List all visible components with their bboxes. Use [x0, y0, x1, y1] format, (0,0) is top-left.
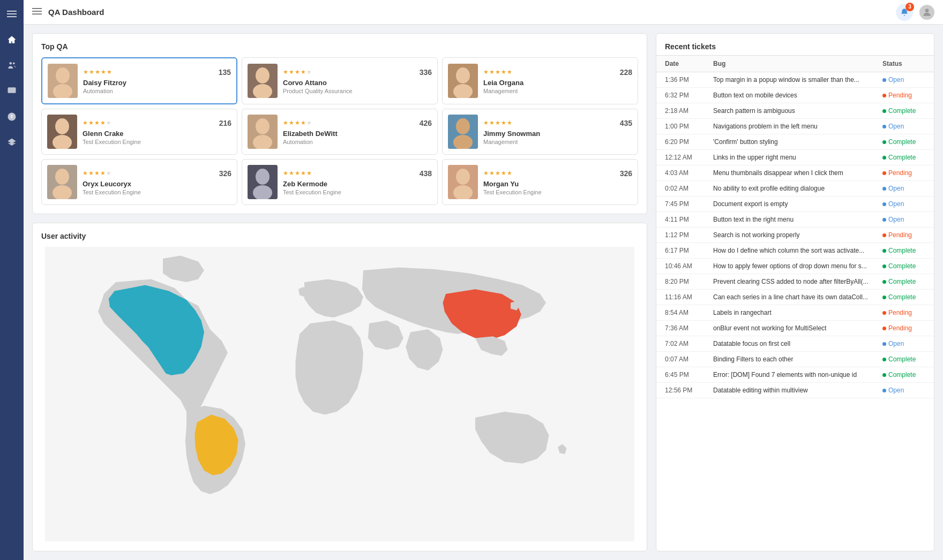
ticket-row[interactable]: 8:20 PM Prevent clearing CSS added to no…: [656, 274, 934, 290]
status-dot: [882, 140, 886, 144]
ticket-bug: Datatable editing within multiview: [713, 387, 882, 394]
qa-score-2: 228: [620, 68, 632, 77]
status-dot: [882, 264, 886, 268]
ticket-row[interactable]: 0:07 AM Binding Filters to each other Co…: [656, 352, 934, 367]
qa-item[interactable]: ★★★★★ 336 Corvo Attano Product Quality A…: [242, 57, 438, 104]
ticket-bug: How to apply fewer options of drop down …: [713, 262, 882, 270]
qa-item[interactable]: ★★★★★ 326 Oryx Leucoryx Test Execution E…: [41, 159, 237, 205]
sidebar-item-menu[interactable]: [4, 6, 19, 21]
ticket-row[interactable]: 10:46 AM How to apply fewer options of d…: [656, 259, 934, 274]
ticket-status: Open: [882, 200, 925, 208]
content-area: Top QA ★★★★★ 135 Daisy Fitzroy Automatio…: [24, 25, 943, 560]
status-dot: [882, 296, 886, 299]
status-label: Pending: [888, 92, 912, 99]
topbar-menu-icon[interactable]: [32, 6, 42, 18]
page-title: QA Dashboard: [48, 7, 889, 17]
ticket-bug: Error: [DOM] Found 7 elements with non-u…: [713, 371, 882, 379]
svg-rect-1: [7, 13, 17, 14]
ticket-time: 8:20 PM: [665, 278, 713, 285]
qa-item[interactable]: ★★★★★ 216 Glenn Crake Test Execution Eng…: [41, 109, 237, 155]
ticket-bug: Binding Filters to each other: [713, 355, 882, 363]
user-activity-title: User activity: [41, 232, 638, 240]
qa-item[interactable]: ★★★★★ 435 Jimmy Snowman Management: [442, 109, 638, 155]
sidebar-item-layers[interactable]: [4, 135, 19, 150]
ticket-row[interactable]: 12:12 AM Links in the upper right menu C…: [656, 150, 934, 165]
user-avatar[interactable]: [919, 5, 934, 20]
ticket-status: Complete: [882, 247, 925, 254]
ticket-bug: Document export is empty: [713, 200, 882, 208]
topbar: QA Dashboard 3: [24, 0, 943, 25]
ticket-row[interactable]: 1:00 PM Navigations problem in the left …: [656, 119, 934, 134]
status-dot: [882, 389, 886, 392]
qa-score-4: 426: [420, 119, 432, 127]
ticket-bug: Button text on mobile devices: [713, 92, 882, 99]
notification-button[interactable]: 3: [896, 4, 913, 21]
top-qa-title: Top QA: [41, 42, 638, 51]
qa-stars-5: ★★★★★: [483, 119, 512, 126]
qa-name-1: Corvo Attano: [283, 79, 432, 87]
user-activity-card: User activity: [32, 223, 647, 551]
ticket-status: Complete: [882, 138, 925, 146]
qa-item[interactable]: ★★★★★ 326 Morgan Yu Test Execution Engin…: [442, 159, 638, 205]
ticket-row[interactable]: 1:36 PM Top margin in a popup window is …: [656, 72, 934, 88]
ticket-row[interactable]: 4:11 PM Button text in the right menu Op…: [656, 212, 934, 228]
status-dot: [882, 342, 886, 346]
ticket-row[interactable]: 7:45 PM Document export is empty Open: [656, 196, 934, 212]
sidebar-item-home[interactable]: [4, 32, 19, 47]
qa-item[interactable]: ★★★★★ 135 Daisy Fitzroy Automation: [41, 57, 237, 104]
status-label: Complete: [888, 247, 916, 254]
ticket-row[interactable]: 7:02 AM Datatable focus on first cell Op…: [656, 336, 934, 352]
ticket-row[interactable]: 12:56 PM Datatable editing within multiv…: [656, 383, 934, 398]
status-dot: [882, 109, 886, 113]
status-label: Complete: [888, 371, 916, 379]
qa-role-7: Test Execution Engine: [283, 189, 432, 195]
status-dot: [882, 233, 886, 237]
ticket-row[interactable]: 6:20 PM 'Confirm' button styling Complet…: [656, 134, 934, 150]
ticket-time: 6:45 PM: [665, 371, 713, 379]
qa-info-5: ★★★★★ 435 Jimmy Snowman Management: [483, 119, 632, 145]
sidebar-item-finance[interactable]: [4, 109, 19, 124]
qa-item[interactable]: ★★★★★ 426 Elizabeth DeWitt Automation: [242, 109, 438, 155]
qa-score-0: 135: [219, 68, 231, 77]
status-label: Open: [888, 123, 904, 130]
ticket-status: Pending: [882, 231, 925, 239]
top-qa-card: Top QA ★★★★★ 135 Daisy Fitzroy Automatio…: [32, 33, 647, 214]
qa-role-5: Management: [483, 139, 632, 145]
col-date: Date: [665, 60, 713, 67]
ticket-row[interactable]: 0:02 AM No ability to exit profile editi…: [656, 181, 934, 196]
ticket-row[interactable]: 4:03 AM Menu thumbnails disappear when I…: [656, 165, 934, 181]
ticket-row[interactable]: 7:36 AM onBlur event not working for Mul…: [656, 321, 934, 336]
sidebar-item-monitor[interactable]: [4, 84, 19, 99]
qa-avatar-1: [248, 64, 278, 98]
qa-avatar-6: [47, 165, 77, 199]
qa-item[interactable]: ★★★★★ 228 Leia Organa Management: [442, 57, 638, 104]
ticket-row[interactable]: 6:17 PM How do I define which column the…: [656, 243, 934, 259]
ticket-time: 0:07 AM: [665, 355, 713, 363]
svg-point-31: [55, 169, 69, 185]
ticket-row[interactable]: 6:32 PM Button text on mobile devices Pe…: [656, 88, 934, 103]
status-label: Open: [888, 185, 904, 192]
ticket-status: Complete: [882, 278, 925, 285]
svg-point-4: [13, 62, 15, 64]
ticket-status: Open: [882, 216, 925, 223]
ticket-row[interactable]: 8:54 AM Labels in rangechart Pending: [656, 305, 934, 321]
ticket-status: Open: [882, 185, 925, 192]
ticket-bug: Datatable focus on first cell: [713, 340, 882, 347]
qa-stars-3: ★★★★★: [83, 119, 111, 126]
qa-info-8: ★★★★★ 326 Morgan Yu Test Execution Engin…: [483, 169, 632, 195]
svg-rect-5: [8, 87, 16, 93]
status-dot: [882, 358, 886, 361]
status-label: Complete: [888, 154, 916, 161]
ticket-row[interactable]: 2:18 AM Search pattern is ambiguous Comp…: [656, 103, 934, 119]
ticket-status: Complete: [882, 262, 925, 270]
ticket-row[interactable]: 1:12 PM Search is not working properly P…: [656, 228, 934, 243]
ticket-status: Complete: [882, 355, 925, 363]
status-label: Pending: [888, 169, 912, 177]
ticket-row[interactable]: 11:16 AM Can each series in a line chart…: [656, 290, 934, 305]
ticket-row[interactable]: 6:45 PM Error: [DOM] Found 7 elements wi…: [656, 367, 934, 383]
qa-item[interactable]: ★★★★★ 438 Zeb Kermode Test Execution Eng…: [242, 159, 438, 205]
sidebar-item-team[interactable]: [4, 58, 19, 73]
qa-avatar-2: [448, 64, 478, 98]
qa-stars-8: ★★★★★: [483, 170, 512, 177]
ticket-bug: onBlur event not working for MultiSelect: [713, 324, 882, 332]
